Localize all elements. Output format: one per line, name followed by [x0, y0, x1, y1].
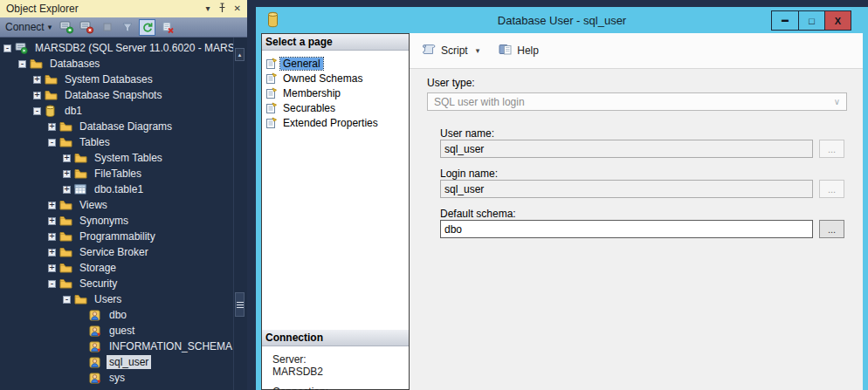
- tree-item-label: dbo: [107, 308, 129, 322]
- page-item-general[interactable]: General: [262, 56, 409, 71]
- dialog-left-pane: Select a page GeneralOwned SchemasMember…: [261, 33, 410, 390]
- tree-item-guest[interactable]: guest: [0, 323, 247, 339]
- collapse-box-icon[interactable]: -: [63, 296, 71, 304]
- tree-item-dbo-table1[interactable]: +dbo.table1: [0, 181, 247, 197]
- tree-item-label: MARSDB2 (SQL Server 11.0.6020 - MARSD: [32, 41, 245, 55]
- tree-item-marsdb2-sql-server-11-0-6020-marsd[interactable]: -MARSDB2 (SQL Server 11.0.6020 - MARSD: [0, 40, 247, 56]
- page-item-owned-schemas[interactable]: Owned Schemas: [262, 71, 409, 86]
- user-disabled-icon: [89, 373, 103, 384]
- user-type-select[interactable]: SQL user with login ∨: [427, 92, 847, 111]
- close-button[interactable]: X: [824, 11, 851, 30]
- collapse-box-icon[interactable]: -: [48, 280, 56, 288]
- collapse-box-icon[interactable]: -: [18, 60, 26, 68]
- default-schema-label: Default schema:: [440, 208, 516, 220]
- tree-item-storage[interactable]: +Storage: [0, 260, 247, 276]
- tree-item-databases[interactable]: -Databases: [0, 56, 247, 72]
- tree-item-information-schema[interactable]: INFORMATION_SCHEMA: [0, 339, 247, 354]
- database-icon: [45, 105, 59, 118]
- login-name-label: Login name:: [440, 168, 498, 180]
- tree-item-users[interactable]: -Users: [0, 291, 247, 307]
- page-icon: [265, 58, 280, 69]
- page-item-membership[interactable]: Membership: [262, 86, 409, 100]
- tree-item-label: db1: [62, 104, 85, 118]
- tree-item-db1[interactable]: -db1: [0, 103, 247, 119]
- script-dropdown-icon[interactable]: ▾: [476, 46, 480, 55]
- filter-icon[interactable]: [119, 19, 135, 36]
- page-item-securables[interactable]: Securables: [262, 100, 409, 115]
- server-value: MARSDB2: [272, 366, 409, 378]
- expand-box-icon[interactable]: +: [63, 170, 71, 178]
- expand-box-icon[interactable]: +: [48, 233, 56, 241]
- tree-item-label: sql_user: [107, 355, 151, 369]
- scroll-up-icon[interactable]: ▲: [235, 48, 245, 61]
- tree-item-system-tables[interactable]: +System Tables: [0, 150, 247, 166]
- expand-box-icon[interactable]: +: [48, 264, 56, 272]
- expand-box-icon[interactable]: +: [48, 217, 56, 225]
- connection-info: Server: MARSDB2 Connection:: [262, 346, 409, 390]
- dialog-titlebar[interactable]: Database User - sql_user ▬ □ X: [261, 7, 863, 33]
- tree-item-views[interactable]: +Views: [0, 197, 247, 213]
- tree-item-label: System Tables: [92, 151, 165, 165]
- tree-item-label: dbo.table1: [92, 182, 146, 196]
- login-name-browse-button[interactable]: ...: [819, 180, 844, 198]
- default-schema-browse-button[interactable]: ...: [819, 220, 844, 238]
- tree-item-programmability[interactable]: +Programmability: [0, 229, 247, 244]
- folder-icon: [30, 58, 44, 69]
- maximize-button[interactable]: □: [798, 11, 824, 30]
- script-error-icon[interactable]: [159, 19, 176, 36]
- disconnect-server-icon[interactable]: [79, 19, 95, 36]
- stop-icon[interactable]: [99, 19, 115, 36]
- tree-item-sys[interactable]: sys: [0, 370, 247, 386]
- expand-box-icon[interactable]: +: [48, 249, 56, 257]
- tree-item-database-diagrams[interactable]: +Database Diagrams: [0, 119, 247, 134]
- close-panel-icon[interactable]: ✕: [234, 4, 241, 13]
- default-schema-input[interactable]: [440, 220, 813, 238]
- tree-item-tables[interactable]: -Tables: [0, 134, 247, 150]
- pin-icon[interactable]: [218, 3, 226, 15]
- tree-item-security[interactable]: -Security: [0, 276, 247, 291]
- tree-item-database-snapshots[interactable]: +Database Snapshots: [0, 87, 247, 103]
- page-item-label: General: [280, 58, 323, 70]
- tree-item-system-databases[interactable]: +System Databases: [0, 72, 247, 87]
- scrollbar-thumb[interactable]: [235, 292, 245, 317]
- expand-box-icon[interactable]: +: [63, 186, 71, 194]
- object-explorer-toolbar: Connect ▾: [0, 17, 247, 38]
- expand-box-icon[interactable]: +: [63, 154, 71, 162]
- window-position-chevron-icon[interactable]: ▾: [206, 4, 210, 13]
- minimize-button[interactable]: ▬: [772, 11, 798, 30]
- tree-item-sql-user[interactable]: sql_user: [0, 354, 247, 370]
- script-button[interactable]: Script ▾: [418, 41, 482, 60]
- folder-icon: [74, 153, 88, 163]
- page-item-label: Securables: [280, 102, 338, 114]
- connect-server-icon[interactable]: [59, 19, 75, 36]
- collapse-box-icon[interactable]: -: [48, 139, 56, 147]
- page-icon: [265, 72, 280, 84]
- table-icon: [74, 184, 88, 195]
- collapse-box-icon[interactable]: -: [3, 44, 11, 52]
- expand-box-icon[interactable]: +: [48, 123, 56, 131]
- expand-box-icon[interactable]: +: [33, 92, 41, 99]
- user-name-input[interactable]: [440, 140, 813, 158]
- tree-item-label: Views: [77, 198, 110, 212]
- page-item-extended-properties[interactable]: Extended Properties: [262, 115, 409, 130]
- tree-scrollbar[interactable]: ▲: [233, 38, 245, 390]
- tree-item-service-broker[interactable]: +Service Broker: [0, 244, 247, 260]
- help-button[interactable]: Help: [496, 41, 541, 60]
- tree-item-synonyms[interactable]: +Synonyms: [0, 213, 247, 229]
- folder-icon: [59, 263, 73, 273]
- tree-item-filetables[interactable]: +FileTables: [0, 166, 247, 181]
- expand-box-icon[interactable]: +: [33, 76, 41, 84]
- tree-item-label: System Databases: [62, 72, 155, 86]
- connect-button[interactable]: Connect ▾: [5, 21, 54, 33]
- object-explorer-titlebar[interactable]: Object Explorer ▾ ✕: [0, 0, 247, 17]
- folder-icon: [59, 121, 73, 132]
- expand-box-icon[interactable]: +: [48, 202, 56, 209]
- refresh-icon[interactable]: [139, 19, 155, 36]
- user-name-browse-button[interactable]: ...: [819, 140, 844, 158]
- collapse-box-icon[interactable]: -: [33, 107, 41, 115]
- tree-item-dbo[interactable]: dbo: [0, 307, 247, 323]
- maximize-icon: □: [809, 16, 815, 26]
- login-name-input[interactable]: [440, 180, 813, 198]
- general-page-form: User type: SQL user with login ∨ User na…: [410, 69, 863, 390]
- connection-label: Connection:: [272, 386, 409, 390]
